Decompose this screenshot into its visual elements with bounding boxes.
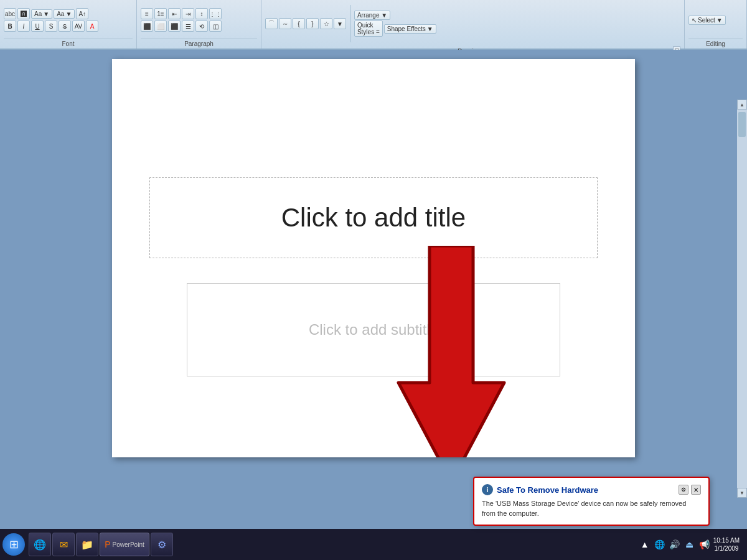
columns-btn[interactable]: ⋮⋮	[209, 8, 222, 19]
quick-styles-btn[interactable]: QuickStyles =	[354, 21, 383, 37]
text-direction-btn[interactable]: ⟲	[195, 21, 208, 32]
bullets-btn[interactable]: ≡	[141, 8, 153, 19]
numbered-list-btn[interactable]: 1≡	[154, 8, 167, 19]
drawing-tools: ⌒ ∼ { } ☆ ▼ Arrange ▼ QuickStyles =	[265, 1, 680, 46]
taskbar-browser-btn[interactable]: 🌐	[29, 533, 51, 556]
justify-btn[interactable]: ☰	[182, 21, 194, 32]
strikethrough-btn[interactable]: abc	[4, 8, 16, 19]
shape-effects-label: Shape Effects	[387, 26, 426, 32]
taskbar-extra-btn[interactable]: ⚙	[151, 533, 173, 556]
scroll-down-btn[interactable]: ▼	[737, 488, 747, 498]
select-btn[interactable]: ↖ Select ▼	[688, 16, 726, 25]
tray-speaker-icon[interactable]: 📢	[698, 538, 711, 551]
drawing-section: ⌒ ∼ { } ☆ ▼ Arrange ▼ QuickStyles =	[261, 0, 685, 49]
notification-popup: i Safe To Remove Hardware ⚙ ✕ The 'USB M…	[473, 477, 710, 526]
align-left-btn[interactable]: ⬛	[141, 21, 153, 32]
decrease-indent-btn[interactable]: ⇤	[168, 8, 181, 19]
notification-body: The 'USB Mass Storage Device' device can…	[482, 499, 701, 518]
bold-btn[interactable]: B	[4, 21, 16, 32]
shapes-more-btn[interactable]: ▼	[334, 18, 346, 29]
taskbar: ⊞ 🌐 ✉ 📁 P PowerPoint ⚙ ▲ 🌐 🔊 ⏏ 📢 10:15 A…	[0, 529, 747, 560]
italic-btn[interactable]: I	[17, 21, 30, 32]
tray-volume-icon[interactable]: 🔊	[669, 538, 681, 551]
ppt-icon: P	[105, 539, 110, 549]
system-tray: ▲ 🌐 🔊 ⏏ 📢 10:15 AM 1/1/2009	[639, 536, 740, 553]
clear-format-btn[interactable]: 🅰	[17, 8, 30, 19]
notification-title: i Safe To Remove Hardware	[482, 484, 598, 495]
shadow-btn[interactable]: S	[45, 21, 57, 32]
editing-label: Editing	[688, 39, 743, 47]
font-label: Font	[4, 39, 133, 47]
tray-network-icon[interactable]: 🌐	[654, 538, 666, 551]
font-name-dropdown[interactable]: Aa ▼	[54, 9, 75, 19]
arrange-btn[interactable]: Arrange ▼	[354, 11, 390, 20]
paragraph-tools: ≡ 1≡ ⇤ ⇥ ↕ ⋮⋮ ⬛ ⬜ ⬛ ☰ ⟲ ◫	[141, 1, 257, 39]
line-spacing-btn[interactable]: ↕	[195, 8, 208, 19]
red-arrow	[380, 246, 523, 457]
slide[interactable]: Click to add title Click to add subtitle	[112, 59, 635, 457]
font-color-btn[interactable]: A	[86, 21, 98, 32]
title-textbox[interactable]: Click to add title	[149, 177, 598, 258]
info-icon: i	[482, 484, 493, 495]
align-center-btn[interactable]: ⬜	[154, 21, 167, 32]
title-placeholder-text: Click to add title	[281, 203, 466, 233]
convert-to-smartart-btn[interactable]: ◫	[209, 21, 222, 32]
underline-btn[interactable]: U	[31, 21, 44, 32]
separator1	[350, 5, 350, 42]
taskbar-email-btn[interactable]: ✉	[52, 533, 75, 556]
folder-icon: 📁	[81, 539, 93, 551]
extra-icon: ⚙	[157, 539, 166, 551]
taskbar-explorer-btn[interactable]: 📁	[76, 533, 98, 556]
svg-marker-0	[398, 246, 504, 457]
shapes-btn4[interactable]: }	[306, 18, 319, 29]
spacing-btn[interactable]: AV	[72, 21, 85, 32]
tray-usb-icon[interactable]: ⏏	[684, 538, 696, 551]
editing-tools: ↖ Select ▼	[688, 1, 743, 39]
notification-settings-btn[interactable]: ⚙	[679, 485, 688, 495]
select-label: Select	[698, 17, 715, 24]
shape-effects-btn[interactable]: Shape Effects ▼	[384, 24, 436, 34]
email-icon: ✉	[60, 539, 68, 551]
increase-indent-btn[interactable]: ⇥	[182, 8, 194, 19]
paragraph-section: ≡ 1≡ ⇤ ⇥ ↕ ⋮⋮ ⬛ ⬜ ⬛ ☰ ⟲ ◫ Paragraph	[137, 0, 261, 49]
start-button[interactable]: ⊞	[2, 533, 25, 556]
paragraph-label: Paragraph	[141, 39, 257, 47]
align-right-btn[interactable]: ⬛	[168, 21, 181, 32]
scroll-up-btn[interactable]: ▲	[737, 100, 747, 110]
increase-font-btn[interactable]: A↑	[76, 8, 88, 19]
font-size-dropdown[interactable]: Aa ▼	[31, 9, 52, 19]
clock: 10:15 AM 1/1/2009	[713, 536, 740, 553]
start-icon: ⊞	[9, 538, 19, 551]
scrollbar[interactable]: ▲ ▼	[737, 100, 747, 498]
notification-close-btn[interactable]: ✕	[691, 485, 701, 495]
tray-expand-btn[interactable]: ▲	[639, 538, 651, 551]
shapes-btn5[interactable]: ☆	[320, 18, 332, 29]
font-tools: abc 🅰 Aa ▼ Aa ▼ A↑ B I U S S̶ AV A	[4, 1, 133, 39]
notification-header: i Safe To Remove Hardware ⚙ ✕	[482, 484, 701, 495]
taskbar-powerpoint-btn[interactable]: P PowerPoint	[100, 533, 149, 556]
ppt-label: PowerPoint	[113, 541, 144, 548]
shapes-btn1[interactable]: ⌒	[265, 18, 278, 29]
ribbon: abc 🅰 Aa ▼ Aa ▼ A↑ B I U S S̶ AV A Font	[0, 0, 747, 50]
font-section: abc 🅰 Aa ▼ Aa ▼ A↑ B I U S S̶ AV A Font	[0, 0, 137, 49]
browser-icon: 🌐	[34, 539, 46, 551]
shapes-btn2[interactable]: ∼	[279, 18, 291, 29]
main-bg: Click to add title Click to add subtitle…	[0, 50, 747, 529]
scroll-thumb[interactable]	[738, 112, 746, 137]
editing-section: ↖ Select ▼ Editing	[685, 0, 747, 49]
shapes-btn3[interactable]: {	[293, 18, 305, 29]
notification-actions: ⚙ ✕	[679, 485, 701, 495]
strikethrough2-btn[interactable]: S̶	[59, 21, 71, 32]
main-area: Click to add title Click to add subtitle	[0, 50, 747, 529]
